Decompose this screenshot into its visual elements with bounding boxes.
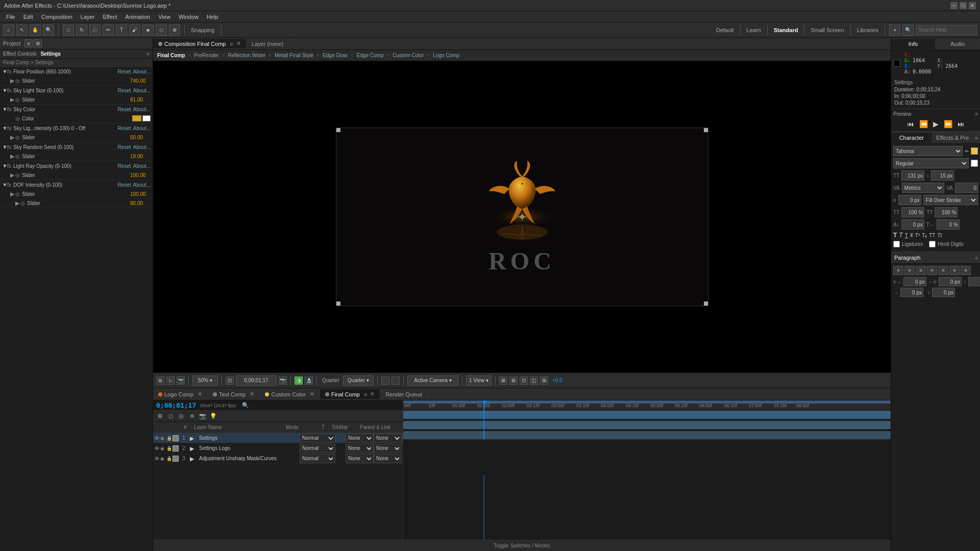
fx-about-5[interactable]: About... (133, 144, 151, 150)
vis-3[interactable]: 👁 (154, 456, 160, 462)
minimize-btn[interactable]: ─ (950, 2, 958, 9)
char-smallcaps-btn[interactable]: Tt (938, 233, 942, 238)
fx-reset-5[interactable]: Reset (117, 144, 131, 150)
layer-row-2[interactable]: 👁 ◉ 🔒 2 ▶ Settings Logo Normal None (153, 443, 403, 454)
para-space-before-input[interactable] (968, 277, 980, 286)
zoom-tool[interactable]: 🔍 (43, 24, 54, 36)
char-style-select[interactable]: Regular (893, 158, 969, 168)
layer-row-3[interactable]: 👁 ◉ 🔒 3 ▶ Adjustment Unsharp Mask/Curves… (153, 454, 403, 464)
snapshot-btn[interactable]: 📷 (177, 377, 185, 385)
prev-forward-btn[interactable]: ⏩ (942, 119, 954, 129)
parent-select-2[interactable]: None (374, 444, 402, 453)
rp-tab-audio[interactable]: Audio (936, 39, 980, 49)
fx-about-3[interactable]: About... (133, 107, 151, 112)
quality-btn[interactable]: Quarter ▾ (343, 375, 374, 386)
char-color-swatch[interactable] (971, 147, 978, 155)
trkmat-select-2[interactable]: None (346, 444, 374, 453)
new-comp-btn[interactable]: ⊞ (155, 412, 164, 421)
char-tab-effects[interactable]: Effects & Pre (932, 133, 973, 143)
home-tool[interactable]: ⌂ (3, 24, 14, 36)
compnav-finalcomp[interactable]: Final Comp (155, 53, 187, 58)
tl-tab-menu-final[interactable]: ≡ (364, 391, 367, 397)
menu-view[interactable]: View (154, 13, 175, 21)
char-subscript-btn[interactable]: T₂ (922, 233, 927, 238)
char-size-input[interactable] (901, 170, 924, 181)
char-scalev-input[interactable] (935, 207, 958, 217)
project-icon-btn[interactable]: ≡ (24, 39, 33, 47)
tl-tab-close-text[interactable]: ✕ (250, 391, 254, 397)
fx-expand-2[interactable]: ▼ (2, 87, 7, 93)
fx-reset-1[interactable]: Reset (117, 69, 131, 74)
menu-file[interactable]: File (2, 13, 19, 21)
camera-tool[interactable]: 🎥 (89, 24, 101, 36)
tl-tab-finalcomp[interactable]: Final Comp ≡ ✕ (320, 389, 381, 399)
toggle-switches-btn[interactable]: Toggle Switches / Modes (494, 543, 550, 548)
eraser-tool[interactable]: ◇ (156, 24, 167, 36)
mode-select-2[interactable]: Normal (300, 444, 335, 453)
compnav-customcolor[interactable]: Custom Color (390, 53, 426, 58)
time-display-btn[interactable]: 0;00;01;17 (236, 375, 277, 386)
current-time[interactable]: 0;00;01;17 (156, 402, 196, 409)
menu-edit[interactable]: Edit (19, 13, 37, 21)
fx-slider-expand-4[interactable]: ▶ (10, 134, 15, 141)
transparency-btn[interactable]: ◫ (530, 377, 538, 385)
search-layers-btn[interactable]: 🔍 (242, 402, 249, 409)
layername-3[interactable]: Adjustment Unsharp Mask/Curves (197, 456, 300, 461)
tab-settings-active[interactable]: Settings (40, 51, 60, 57)
char-scaleh-input[interactable] (901, 207, 924, 217)
solo-3[interactable]: ◉ (160, 456, 166, 461)
project-settings-btn[interactable]: ⚙ (34, 39, 42, 47)
track-bar-1[interactable] (403, 411, 891, 419)
fx-about-1[interactable]: About... (133, 69, 151, 74)
comp-tab-close-1[interactable]: ✕ (236, 40, 241, 47)
char-allcaps-btn[interactable]: TT (929, 233, 935, 238)
track-bar-2[interactable] (403, 421, 891, 429)
char-tab-character[interactable]: Character (891, 133, 932, 143)
puppet-tool[interactable]: ⊕ (169, 24, 180, 36)
fx-about-7[interactable]: About... (133, 182, 151, 188)
fx-about-2[interactable]: About... (133, 88, 151, 93)
fx-slider-expand-1[interactable]: ▶ (10, 78, 15, 84)
fx-expand-5[interactable]: ▼ (2, 144, 7, 150)
tl-tab-close-final[interactable]: ✕ (370, 391, 375, 397)
align-right-btn[interactable]: ≡ (916, 266, 926, 275)
char-italic-btn[interactable]: T (899, 232, 902, 239)
search-btn[interactable]: 🔍 (902, 24, 914, 36)
menu-effect[interactable]: Effect (99, 13, 121, 21)
compnav-metall[interactable]: Metall Final Style (273, 53, 315, 58)
para-panel-menu[interactable]: ≡ (973, 255, 980, 261)
char-hindi-checkbox[interactable] (929, 241, 936, 247)
fx-slider-expand-7[interactable]: ▶ (10, 191, 15, 197)
para-indent-last-input[interactable] (932, 288, 955, 297)
layername-2[interactable]: Settings Logo (197, 445, 300, 451)
char-bold-btn[interactable]: T (893, 232, 897, 239)
menu-window[interactable]: Window (175, 13, 203, 21)
char-superscript-btn[interactable]: T² (915, 233, 920, 238)
para-indent-right-input[interactable] (939, 277, 962, 286)
workspace-standard[interactable]: Standard (772, 27, 800, 33)
workspace-libraries[interactable]: Libraries (855, 27, 880, 33)
fx-reset-2[interactable]: Reset (117, 88, 131, 93)
fx-slider-expand-7b[interactable]: ▶ (15, 200, 20, 207)
tl-tab-renderqueue[interactable]: Render Queue (380, 390, 428, 399)
parent-select-1[interactable]: None (374, 434, 402, 443)
menu-composition[interactable]: Composition (37, 13, 77, 21)
lock-2[interactable]: 🔒 (166, 446, 173, 451)
char-ligatures-checkbox[interactable] (893, 241, 900, 247)
tl-tab-close-custom[interactable]: ✕ (310, 391, 314, 397)
fx-reset-6[interactable]: Reset (117, 163, 131, 169)
compnav-edgecomp[interactable]: Edge Comp (355, 53, 386, 58)
para-indent-first-input[interactable] (900, 288, 923, 297)
more-workspaces[interactable]: » (889, 24, 900, 36)
char-font-select[interactable]: Tahoma (893, 146, 963, 156)
expand-2[interactable]: ▶ (190, 445, 196, 452)
select-tool[interactable]: ↖ (16, 24, 28, 36)
char-leading-input[interactable] (931, 170, 954, 181)
rotate-tool[interactable]: ↻ (76, 24, 87, 36)
close-btn[interactable]: ✕ (969, 2, 976, 9)
new-adj-btn[interactable]: ≋ (187, 412, 197, 421)
zoom-dropdown[interactable]: 50% ▾ (192, 375, 218, 386)
fx-color-white[interactable] (142, 115, 151, 121)
new-light-btn[interactable]: 💡 (209, 412, 218, 421)
fx-reset-3[interactable]: Reset (117, 107, 131, 112)
